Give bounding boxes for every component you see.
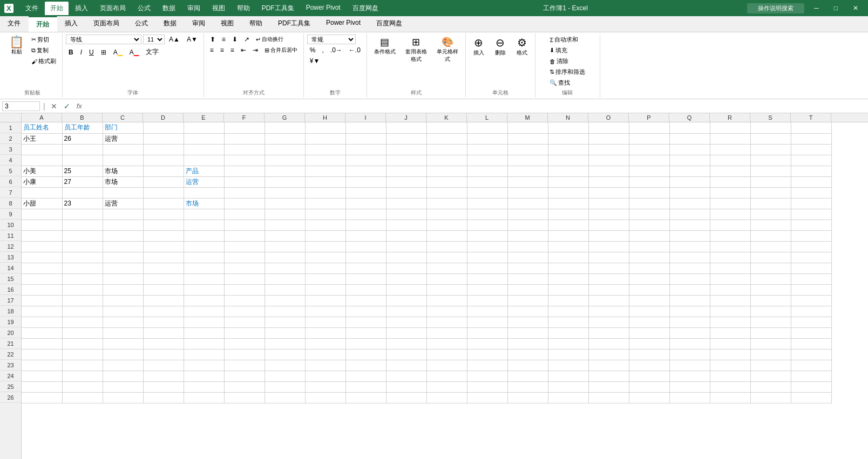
cell-S18[interactable] xyxy=(750,306,791,317)
cell-G1[interactable] xyxy=(265,122,305,133)
cell-C22[interactable] xyxy=(103,349,143,360)
cell-F3[interactable] xyxy=(224,144,265,155)
row-header-3[interactable]: 3 xyxy=(0,144,21,155)
cell-A17[interactable] xyxy=(22,295,62,306)
fill-color-button[interactable]: A▁ xyxy=(111,47,125,57)
cell-J7[interactable] xyxy=(386,187,426,198)
bold-button[interactable]: B xyxy=(66,47,76,57)
cell-J12[interactable] xyxy=(386,241,426,252)
cell-E5[interactable]: 产品 xyxy=(184,166,224,176)
insert-function-button[interactable]: fx xyxy=(74,102,84,110)
cell-N2[interactable] xyxy=(548,133,588,144)
cell-G5[interactable] xyxy=(265,166,305,176)
cell-L22[interactable] xyxy=(467,349,507,360)
cell-M16[interactable] xyxy=(507,284,548,295)
title-tab-插入[interactable]: 插入 xyxy=(70,2,93,15)
cell-Q16[interactable] xyxy=(669,284,710,295)
cell-P24[interactable] xyxy=(629,371,669,381)
cell-L25[interactable] xyxy=(467,381,507,392)
col-header-B[interactable]: B xyxy=(62,113,103,122)
cell-H14[interactable] xyxy=(305,263,345,273)
cell-J10[interactable] xyxy=(386,220,426,230)
cell-Q20[interactable] xyxy=(669,327,710,338)
cell-L14[interactable] xyxy=(467,263,507,273)
cell-Q8[interactable] xyxy=(669,198,710,209)
cell-E1[interactable] xyxy=(184,122,224,133)
cell-N20[interactable] xyxy=(548,327,588,338)
cell-A2[interactable]: 小王 xyxy=(22,133,62,144)
cell-R14[interactable] xyxy=(710,263,750,273)
cell-P3[interactable] xyxy=(629,144,669,155)
cell-Q7[interactable] xyxy=(669,187,710,198)
cell-F1[interactable] xyxy=(224,122,265,133)
col-header-S[interactable]: S xyxy=(750,113,791,122)
cell-F10[interactable] xyxy=(224,220,265,230)
cell-O18[interactable] xyxy=(588,306,629,317)
cell-S15[interactable] xyxy=(750,273,791,284)
cell-O25[interactable] xyxy=(588,381,629,392)
cell-I11[interactable] xyxy=(345,230,386,241)
cell-I26[interactable] xyxy=(345,392,386,403)
col-header-P[interactable]: P xyxy=(629,113,669,122)
cell-H5[interactable] xyxy=(305,166,345,176)
cell-P5[interactable] xyxy=(629,166,669,176)
cell-T18[interactable] xyxy=(791,306,831,317)
cell-E25[interactable] xyxy=(184,381,224,392)
cell-T13[interactable] xyxy=(791,252,831,263)
cell-H10[interactable] xyxy=(305,220,345,230)
cell-O1[interactable] xyxy=(588,122,629,133)
cell-O17[interactable] xyxy=(588,295,629,306)
cell-B7[interactable] xyxy=(62,187,103,198)
ribbon-tab-视图[interactable]: 视图 xyxy=(213,16,242,32)
cell-I12[interactable] xyxy=(345,241,386,252)
cell-M24[interactable] xyxy=(507,371,548,381)
cell-J11[interactable] xyxy=(386,230,426,241)
cell-S17[interactable] xyxy=(750,295,791,306)
cell-B22[interactable] xyxy=(62,349,103,360)
cell-S1[interactable] xyxy=(750,122,791,133)
cell-C23[interactable] xyxy=(103,360,143,371)
cell-A22[interactable] xyxy=(22,349,62,360)
cell-F16[interactable] xyxy=(224,284,265,295)
minimize-btn[interactable]: ─ xyxy=(809,3,824,13)
cell-T4[interactable] xyxy=(791,155,831,166)
cell-D18[interactable] xyxy=(143,306,184,317)
cell-C6[interactable]: 市场 xyxy=(103,176,143,187)
cell-T6[interactable] xyxy=(791,176,831,187)
cell-N21[interactable] xyxy=(548,338,588,349)
cell-H15[interactable] xyxy=(305,273,345,284)
cell-M15[interactable] xyxy=(507,273,548,284)
cell-L10[interactable] xyxy=(467,220,507,230)
cell-D2[interactable] xyxy=(143,133,184,144)
col-header-N[interactable]: N xyxy=(548,113,588,122)
cell-F5[interactable] xyxy=(224,166,265,176)
cell-H24[interactable] xyxy=(305,371,345,381)
cell-F12[interactable] xyxy=(224,241,265,252)
cell-E22[interactable] xyxy=(184,349,224,360)
cell-K14[interactable] xyxy=(426,263,467,273)
cell-N17[interactable] xyxy=(548,295,588,306)
cell-F20[interactable] xyxy=(224,327,265,338)
cell-I17[interactable] xyxy=(345,295,386,306)
cell-M2[interactable] xyxy=(507,133,548,144)
cell-R6[interactable] xyxy=(710,176,750,187)
col-header-O[interactable]: O xyxy=(588,113,629,122)
cell-L17[interactable] xyxy=(467,295,507,306)
close-btn[interactable]: ✕ xyxy=(847,3,864,13)
cell-B1[interactable]: 员工年龄 xyxy=(62,122,103,133)
underline-button[interactable]: U xyxy=(86,47,97,57)
cell-C8[interactable]: 运营 xyxy=(103,198,143,209)
cell-C4[interactable] xyxy=(103,155,143,166)
cell-N11[interactable] xyxy=(548,230,588,241)
cell-P21[interactable] xyxy=(629,338,669,349)
cell-D1[interactable] xyxy=(143,122,184,133)
cell-F19[interactable] xyxy=(224,317,265,327)
cell-P17[interactable] xyxy=(629,295,669,306)
cell-C7[interactable] xyxy=(103,187,143,198)
cell-L20[interactable] xyxy=(467,327,507,338)
cell-I1[interactable] xyxy=(345,122,386,133)
cell-T15[interactable] xyxy=(791,273,831,284)
cell-T9[interactable] xyxy=(791,209,831,220)
cell-M9[interactable] xyxy=(507,209,548,220)
row-header-2[interactable]: 2 xyxy=(0,133,21,144)
